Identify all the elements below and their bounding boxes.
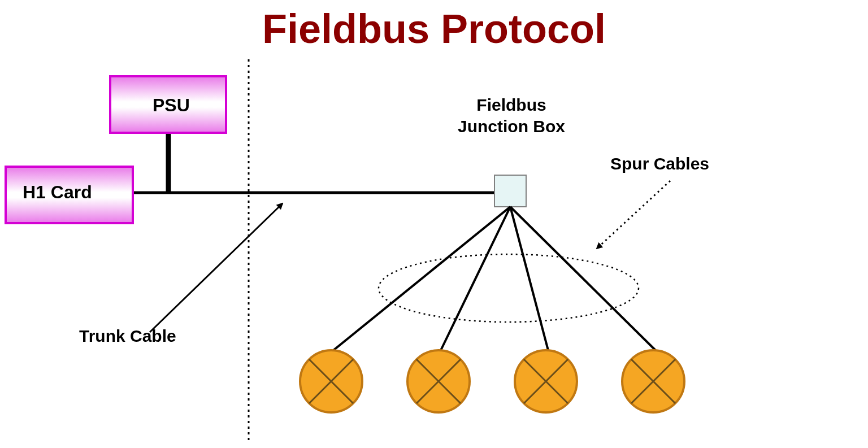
diagram-canvas xyxy=(0,0,868,448)
spur-line-2 xyxy=(441,207,510,350)
field-device-2 xyxy=(407,350,470,412)
junction-label-line1: Fieldbus xyxy=(476,95,546,114)
spur-line-4 xyxy=(510,207,656,350)
spur-line-1 xyxy=(333,207,510,350)
spur-cables-label: Spur Cables xyxy=(610,154,709,173)
trunk-cable-arrow xyxy=(150,203,283,332)
spur-ellipse xyxy=(379,254,639,322)
spur-cables-arrow xyxy=(597,181,670,249)
psu-label: PSU xyxy=(153,95,190,116)
junction-box xyxy=(494,175,526,207)
spur-line-3 xyxy=(510,207,548,350)
field-device-4 xyxy=(622,350,684,412)
trunk-cable-label: Trunk Cable xyxy=(79,327,176,346)
junction-box-label: Fieldbus Junction Box xyxy=(458,94,565,137)
field-device-1 xyxy=(300,350,362,412)
junction-label-line2: Junction Box xyxy=(458,117,565,136)
field-device-3 xyxy=(515,350,577,412)
h1-card-label: H1 Card xyxy=(23,182,92,203)
